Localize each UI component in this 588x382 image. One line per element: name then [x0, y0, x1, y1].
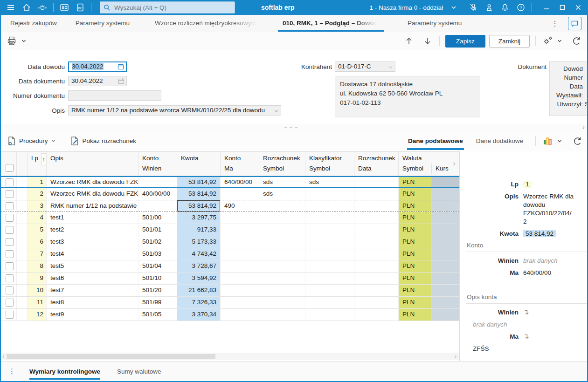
scroll-right-icon[interactable]: ›: [455, 353, 457, 360]
cell-lp[interactable]: 6: [28, 236, 47, 248]
cell-waluta-symbol[interactable]: PLN: [399, 188, 431, 200]
cell-konto-ma[interactable]: [221, 273, 259, 284]
cell-klasyfikator-symbol[interactable]: [305, 309, 354, 321]
help-icon[interactable]: ?: [513, 0, 529, 15]
chevron-down-icon[interactable]: [387, 64, 394, 72]
table-row[interactable]: 9 test6 501/10 3 594,92 PLN: [1, 273, 459, 285]
global-search[interactable]: [100, 1, 235, 14]
cell-klasyfikator-symbol[interactable]: sds: [305, 177, 354, 187]
expand-down-icon[interactable]: ↴: [523, 333, 529, 340]
row-checkbox[interactable]: [6, 178, 14, 186]
comments-icon[interactable]: [568, 17, 581, 30]
cell-waluta-symbol[interactable]: PLN: [399, 309, 431, 321]
cell-kwota[interactable]: 53 814,92: [177, 200, 221, 211]
cell-rozrachunek-data[interactable]: [354, 297, 399, 308]
cell-opis[interactable]: test3: [47, 236, 138, 248]
table-row[interactable]: 1 Wzorzec RMK dla dowodu FZKO/010/22/04/…: [1, 176, 459, 188]
data-dowodu-field[interactable]: 30.04.2022: [68, 61, 127, 72]
row-checkbox[interactable]: [6, 250, 14, 258]
cell-waluta-symbol[interactable]: PLN: [399, 285, 431, 296]
cell-klasyfikator-symbol[interactable]: [305, 248, 354, 260]
cell-opis[interactable]: test1: [47, 212, 138, 224]
cell-kwota[interactable]: 21 662,83: [177, 285, 221, 296]
notifications-bell-icon[interactable]: [497, 0, 513, 15]
cell-lp[interactable]: 7: [28, 248, 47, 260]
cell-klasyfikator-symbol[interactable]: [305, 273, 354, 284]
more-columns-icon[interactable]: ›: [453, 159, 456, 168]
cell-rozrachunek-data[interactable]: [354, 260, 399, 272]
cell-kwota[interactable]: 3 370,34: [177, 309, 221, 321]
form-horizontal-scrollbar[interactable]: ›: [1, 124, 587, 130]
cell-kurs[interactable]: [431, 273, 459, 284]
cell-rozrachunek-data[interactable]: [354, 236, 399, 248]
row-checkbox[interactable]: [6, 202, 14, 210]
company-selector[interactable]: 1 - Nasza firma 0 - oddział: [369, 3, 458, 12]
header-klasyfikator-symbol[interactable]: KlasyfikatorSymbol: [305, 152, 354, 176]
cell-konto-ma[interactable]: [221, 188, 259, 200]
cell-rozrachunek-data[interactable]: [354, 285, 399, 296]
cell-lp[interactable]: 4: [28, 212, 47, 224]
cell-rozrachunek-symbol[interactable]: [259, 236, 305, 248]
cell-rozrachunek-data[interactable]: [354, 188, 399, 200]
tab-rejestr-zakupow[interactable]: Rejestr zakupów: [2, 15, 65, 32]
cell-waluta-symbol[interactable]: PLN: [399, 260, 431, 272]
cell-rozrachunek-symbol[interactable]: sds: [259, 188, 305, 200]
cell-opis[interactable]: RMK numer 1/12 na podstawie wzorca WRMK/…: [47, 200, 138, 211]
table-row[interactable]: 10 test7 501/20 21 662,83 PLN: [1, 285, 459, 297]
cell-kurs[interactable]: [431, 200, 459, 211]
cell-klasyfikator-symbol[interactable]: [305, 188, 354, 200]
splitter-grip[interactable]: [284, 127, 297, 128]
cell-konto-winien[interactable]: 501/00: [138, 212, 177, 224]
cell-kurs[interactable]: [431, 285, 459, 296]
cell-kurs[interactable]: [431, 224, 459, 236]
cell-rozrachunek-data[interactable]: [354, 212, 399, 224]
cell-waluta-symbol[interactable]: PLN: [399, 273, 431, 284]
cell-opis[interactable]: test6: [47, 273, 138, 284]
cell-lp[interactable]: 8: [28, 260, 47, 272]
hamburger-menu-icon[interactable]: [3, 0, 19, 15]
cell-lp[interactable]: 12: [28, 309, 47, 321]
tab-overflow-kebab-icon[interactable]: ⋮: [549, 17, 561, 29]
user-icon[interactable]: [481, 0, 497, 15]
cell-kurs[interactable]: [431, 260, 459, 272]
cell-opis[interactable]: test5: [47, 260, 138, 272]
cell-lp[interactable]: 5: [28, 224, 47, 236]
header-waluta[interactable]: Waluta Symbol Kurs: [399, 152, 459, 176]
cell-rozrachunek-symbol[interactable]: [259, 248, 305, 260]
cell-konto-winien[interactable]: 501/02: [138, 236, 177, 248]
cell-waluta-symbol[interactable]: PLN: [399, 248, 431, 260]
cell-rozrachunek-data[interactable]: [354, 177, 399, 187]
cell-kurs[interactable]: [431, 297, 459, 308]
table-row[interactable]: 11 test8 501/99 7 326,33 PLN: [1, 297, 459, 309]
row-checkbox[interactable]: [6, 262, 14, 270]
cell-konto-ma[interactable]: [221, 236, 259, 248]
cell-kurs[interactable]: [431, 236, 459, 248]
cell-rozrachunek-data[interactable]: [354, 224, 399, 236]
row-checkbox[interactable]: [6, 286, 14, 294]
cell-kwota[interactable]: 3 728,67: [177, 260, 221, 272]
news-icon[interactable]: [56, 0, 72, 15]
cell-konto-winien[interactable]: 501/03: [138, 248, 177, 260]
header-opis[interactable]: Opis: [47, 152, 138, 176]
cell-klasyfikator-symbol[interactable]: [305, 212, 354, 224]
cell-rozrachunek-symbol[interactable]: [259, 224, 305, 236]
cell-rozrachunek-data[interactable]: [354, 309, 399, 321]
close-document-button[interactable]: Zamknij: [489, 35, 530, 48]
print-icon[interactable]: [6, 34, 18, 48]
cell-opis[interactable]: Wzorzec RMK dla dowodu FZKO/010/22/04/2: [47, 188, 138, 200]
cell-opis[interactable]: test4: [47, 248, 138, 260]
header-rozrachunek-symbol[interactable]: RozrachunekSymbol: [259, 152, 305, 176]
cell-opis[interactable]: test7: [47, 285, 138, 296]
cell-opis[interactable]: test2: [47, 224, 138, 236]
table-row[interactable]: 4 test1 501/00 3 297,75 PLN: [1, 212, 459, 224]
pokaz-rozrachunek-button[interactable]: Pokaż rozrachunek: [69, 136, 137, 147]
row-checkbox[interactable]: [6, 190, 14, 198]
cell-rozrachunek-data[interactable]: [354, 273, 399, 284]
cell-klasyfikator-symbol[interactable]: [305, 236, 354, 248]
scroll-left-icon[interactable]: ‹: [2, 353, 4, 360]
table-row[interactable]: 6 test3 501/02 5 173,33 PLN: [1, 236, 459, 248]
cell-klasyfikator-symbol[interactable]: [305, 224, 354, 236]
chart-icon[interactable]: [541, 134, 553, 148]
chevron-down-icon[interactable]: [273, 108, 279, 116]
cell-opis[interactable]: Wzorzec RMK dla dowodu FZKO/010/22/04/2: [47, 177, 138, 187]
